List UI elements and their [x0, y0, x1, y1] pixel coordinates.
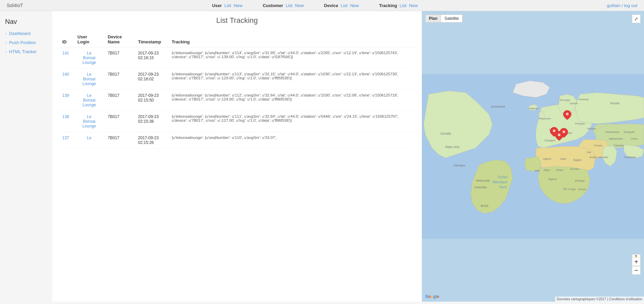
th-tracking: Tracking [168, 32, 415, 47]
cell-timestamp: 2017-09-2302:16:02 [135, 69, 168, 90]
nav-tracking-new[interactable]: New [409, 3, 418, 8]
nav-device-list[interactable]: List [341, 3, 347, 8]
sidebar-title: Nav [5, 18, 47, 26]
map-zoom-controls: + − [632, 257, 641, 275]
map-type-satellite[interactable]: Satellite [441, 15, 462, 22]
table-row: 137 Le 7B017 2017-09-2302:15:26 {u'lebon… [59, 132, 415, 149]
cell-timestamp: 2017-09-2302:15:50 [135, 90, 168, 111]
nav-device-new[interactable]: New [350, 3, 359, 8]
cell-tracking: {u'lebonsailounge': {u'seqNumber': u'113… [168, 69, 415, 90]
svg-text:Colombie: Colombie [474, 186, 487, 189]
svg-text:Nord: Nord [499, 185, 507, 189]
sidebar-item-push-position[interactable]: Push Position [5, 40, 47, 45]
tracking-table: ID UserLogin DeviceName Timestamp Tracki… [59, 32, 415, 149]
svg-text:Kenya: Kenya [578, 188, 586, 191]
svg-point-61 [553, 129, 555, 132]
cell-id: 141 [59, 47, 74, 69]
th-timestamp: Timestamp [135, 32, 168, 47]
map-copyright: Données cartographiques ©2017 | Conditio… [557, 297, 642, 301]
table-body: 141 LeBonsaiLounge 7B017 2017-09-2302:16… [59, 47, 415, 149]
cell-user: LeBonsaiLounge [74, 90, 104, 111]
cell-timestamp: 2017-09-2302:16:15 [135, 47, 168, 69]
nav-customer-list[interactable]: List [286, 3, 293, 8]
svg-text:Ukraine: Ukraine [587, 127, 596, 130]
svg-text:RD Congo: RD Congo [563, 188, 576, 191]
table-row: 139 LeBonsaiLounge 7B017 2017-09-2302:15… [59, 90, 415, 111]
sidebar-link-html-tracker[interactable]: HTML Tracker [9, 49, 37, 54]
brand-logo: Sol4IoT [7, 3, 23, 8]
sidebar-nav-list: Dashboard Push Position HTML Tracker [5, 31, 47, 54]
sidebar-link-dashboard[interactable]: Dashboard [9, 31, 31, 36]
svg-text:Arabie saoudite: Arabie saoudite [589, 156, 608, 159]
svg-text:Pologne: Pologne [575, 122, 585, 125]
table-row: 140 LeBonsaiLounge 7B017 2017-09-2302:16… [59, 69, 415, 90]
svg-text:Océan: Océan [498, 175, 508, 179]
sidebar-item-dashboard[interactable]: Dashboard [5, 31, 47, 36]
svg-text:Mexique: Mexique [454, 164, 465, 167]
map-fullscreen-button[interactable]: ⤢ [632, 14, 641, 23]
svg-text:Égypte: Égypte [573, 158, 582, 161]
cell-user: LeBonsaiLounge [74, 111, 104, 132]
map-zoom-out[interactable]: − [632, 266, 641, 275]
svg-text:Turquie: Turquie [594, 144, 603, 147]
svg-text:Finlande: Finlande [578, 98, 589, 101]
svg-text:Mali: Mali [535, 169, 540, 172]
nav-user: User List New [212, 3, 242, 8]
table-row: 141 LeBonsaiLounge 7B017 2017-09-2302:16… [59, 47, 415, 69]
cell-tracking: {u'lebonsailounge': {u'seqNumber': u'112… [168, 90, 415, 111]
cell-tracking: {u'lebonsailounge': {u'seqNumber': u'110… [168, 132, 415, 149]
cell-device: 7B017 [104, 69, 135, 90]
map-svg: Groenland Canada États-Unis Mexique Vene… [422, 11, 644, 302]
fullscreen-icon: ⤢ [634, 16, 638, 22]
content-area: List Tracking ID UserLogin DeviceName Ti… [52, 11, 644, 302]
cell-tracking: {u'lebonsailounge': {u'seqNumber': u'114… [168, 47, 415, 69]
sidebar-link-push-position[interactable]: Push Position [9, 40, 36, 45]
table-row: 138 LeBonsaiLounge 7B017 2017-09-2302:15… [59, 111, 415, 132]
svg-text:Afghanistan: Afghanistan [609, 137, 623, 140]
sidebar-item-html-tracker[interactable]: HTML Tracker [5, 49, 47, 54]
th-id: ID [59, 32, 74, 47]
svg-text:Irak: Irak [587, 151, 591, 154]
map-zoom-in[interactable]: + [632, 257, 641, 266]
svg-point-63 [558, 134, 561, 136]
cell-timestamp: 2017-09-2302:15:26 [135, 132, 168, 149]
sidebar: Nav Dashboard Push Position HTML Tracker [0, 11, 52, 302]
cell-device: 7B017 [104, 47, 135, 69]
nav-user-list[interactable]: List [225, 3, 231, 8]
cell-device: 7B017 [104, 111, 135, 132]
cell-id: 139 [59, 90, 74, 111]
svg-point-59 [566, 113, 569, 115]
cell-id: 140 [59, 69, 74, 90]
svg-text:Tchad: Tchad [556, 168, 563, 172]
nav-customer-new[interactable]: New [295, 3, 304, 8]
nav-device-label: Device [324, 3, 338, 8]
map-type-plan[interactable]: Plan [426, 15, 441, 22]
svg-text:Venezuela: Venezuela [476, 179, 490, 182]
svg-text:Islande: Islande [530, 107, 538, 110]
nav-customer: Customer List New [263, 3, 304, 8]
cell-user: Le [74, 132, 104, 149]
nav-tracking-list[interactable]: List [400, 3, 406, 8]
svg-text:Russie: Russie [610, 102, 620, 105]
topbar: Sol4IoT User List New Customer List New … [0, 0, 644, 11]
svg-text:Mongolie: Mongolie [624, 130, 635, 134]
map-type-buttons: Plan Satellite [425, 14, 463, 23]
svg-text:Norvège: Norvège [560, 99, 570, 102]
svg-text:Suède: Suède [570, 102, 578, 105]
top-nav-links: User List New Customer List New Device L… [23, 3, 607, 8]
cell-id: 138 [59, 111, 74, 132]
nav-tracking-label: Tracking [379, 3, 397, 8]
user-info-link[interactable]: guillain / log out [607, 3, 637, 8]
svg-marker-7 [575, 92, 644, 124]
google-logo: Google [425, 294, 439, 299]
nav-user-new[interactable]: New [234, 3, 242, 8]
main-layout: Nav Dashboard Push Position HTML Tracker… [0, 11, 644, 302]
cell-id: 137 [59, 132, 74, 149]
table-section[interactable]: List Tracking ID UserLogin DeviceName Ti… [52, 11, 422, 302]
th-user: UserLogin [74, 32, 104, 47]
svg-text:Atlantique: Atlantique [492, 180, 508, 184]
svg-point-65 [563, 130, 565, 133]
nav-customer-label: Customer [263, 3, 283, 8]
svg-text:Algérie: Algérie [543, 157, 551, 160]
svg-text:Pakistan: Pakistan [614, 144, 624, 147]
